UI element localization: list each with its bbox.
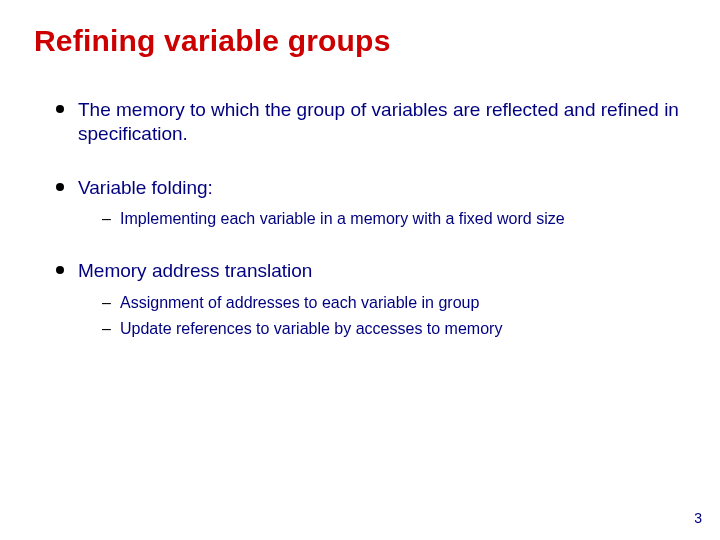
sub-list-item: Implementing each variable in a memory w… <box>102 209 690 229</box>
slide-title: Refining variable groups <box>34 24 690 58</box>
list-item: Memory address translation Assignment of… <box>56 259 690 339</box>
list-item-text: The memory to which the group of variabl… <box>78 99 679 144</box>
list-item: The memory to which the group of variabl… <box>56 98 690 146</box>
sub-list-item: Update references to variable by accesse… <box>102 319 690 339</box>
list-item: Variable folding: Implementing each vari… <box>56 176 690 230</box>
bullet-list: The memory to which the group of variabl… <box>34 98 690 339</box>
sub-list-item-text: Implementing each variable in a memory w… <box>120 210 565 227</box>
slide: Refining variable groups The memory to w… <box>0 0 720 540</box>
sub-list: Assignment of addresses to each variable… <box>78 293 690 339</box>
list-item-text: Memory address translation <box>78 260 312 281</box>
sub-list-item-text: Update references to variable by accesse… <box>120 320 502 337</box>
sub-list-item: Assignment of addresses to each variable… <box>102 293 690 313</box>
page-number: 3 <box>694 510 702 526</box>
sub-list-item-text: Assignment of addresses to each variable… <box>120 294 479 311</box>
sub-list: Implementing each variable in a memory w… <box>78 209 690 229</box>
list-item-text: Variable folding: <box>78 177 213 198</box>
